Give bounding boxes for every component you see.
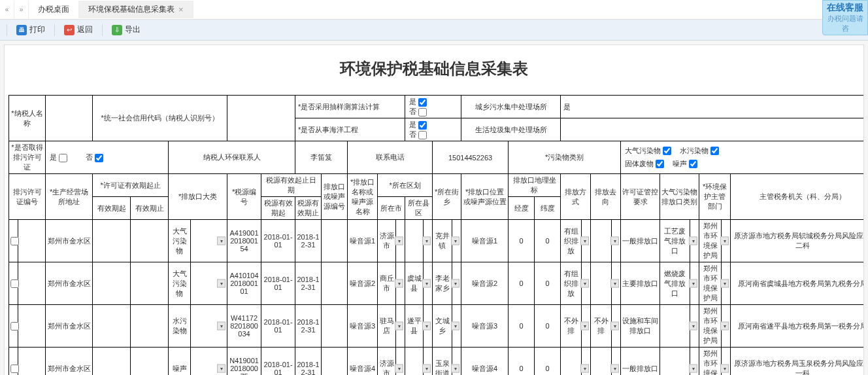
chevron-down-icon[interactable]: ▾: [217, 237, 225, 245]
marine-no-checkbox[interactable]: [418, 131, 427, 139]
cell-permit-req[interactable]: 一般排放口: [621, 220, 660, 262]
city-select[interactable]: ▾: [396, 220, 405, 262]
chevron-down-icon[interactable]: ▾: [451, 237, 459, 245]
cell-outlet-noise-name[interactable]: 噪音源4: [348, 348, 378, 376]
county-select[interactable]: ▾: [424, 348, 433, 376]
chevron-down-icon[interactable]: ▾: [422, 279, 431, 288]
cell-tax-src-from[interactable]: 2018-01-01: [261, 220, 295, 262]
marine-yes-checkbox[interactable]: [418, 121, 427, 130]
cell-tax-src-no[interactable]: W411728201800034: [227, 305, 261, 348]
city-select[interactable]: ▾: [396, 348, 405, 376]
county-select[interactable]: ▾: [424, 305, 433, 348]
cell-outlet-noise-no[interactable]: [322, 262, 348, 305]
credit-code-input[interactable]: [227, 96, 295, 141]
cell-lat[interactable]: 0: [535, 220, 561, 262]
chevron-down-icon[interactable]: ▾: [580, 322, 589, 330]
cell-lng[interactable]: 0: [509, 348, 535, 376]
cell-tax-office[interactable]: 原济源市地方税务局轵城税务分局风险应对二科: [731, 220, 864, 262]
cell-addr[interactable]: 郑州市金水区: [46, 220, 93, 262]
cell-valid-to[interactable]: [131, 305, 169, 348]
cell-valid-from[interactable]: [93, 220, 131, 262]
cell-valid-to[interactable]: [131, 348, 169, 376]
pollutant-air-checkbox[interactable]: [663, 147, 671, 155]
phone-input[interactable]: 15014452263: [433, 141, 509, 174]
cell-tax-src-to[interactable]: 2018-12-31: [295, 305, 322, 348]
sewage-plant-select[interactable]: 是 ▾: [561, 96, 864, 118]
chevron-down-icon[interactable]: ▾: [217, 365, 225, 373]
cell-lat[interactable]: 0: [535, 262, 561, 305]
air-outlet-type-select[interactable]: ▾: [690, 305, 699, 348]
cell-permit-no[interactable]: [18, 262, 46, 305]
cell-tax-src-no[interactable]: N419001201800075: [227, 348, 261, 376]
row-select-checkbox[interactable]: [9, 262, 18, 305]
row-select-checkbox[interactable]: [9, 305, 18, 348]
row-select-checkbox[interactable]: [9, 220, 18, 262]
back-button[interactable]: ↩ 返回: [60, 23, 97, 37]
outlet-major-select[interactable]: ▾: [191, 220, 227, 262]
chevron-down-icon[interactable]: ▾: [422, 322, 431, 330]
sampling-yes-checkbox[interactable]: [418, 98, 427, 107]
cell-valid-from[interactable]: [93, 262, 131, 305]
export-button[interactable]: ⇩ 导出: [108, 23, 144, 37]
cell-valid-to[interactable]: [131, 220, 169, 262]
cell-lng[interactable]: 0: [509, 305, 535, 348]
emit-dir-select[interactable]: ▾: [612, 220, 621, 262]
cell-permit-req[interactable]: 主要排放口: [621, 262, 660, 305]
tab-prev-button[interactable]: «: [0, 1, 14, 19]
cell-outlet-noise-pos[interactable]: 噪音源3: [461, 305, 509, 348]
emit-dir-select[interactable]: ▾: [612, 348, 621, 376]
chevron-down-icon[interactable]: ▾: [689, 322, 697, 330]
chevron-down-icon[interactable]: ▾: [610, 237, 619, 245]
town-select[interactable]: ▾: [452, 305, 461, 348]
cell-outlet-noise-no[interactable]: [322, 305, 348, 348]
city-select[interactable]: ▾: [396, 305, 405, 348]
cell-tax-src-no[interactable]: A410104201800101: [227, 262, 261, 305]
chevron-down-icon[interactable]: ▾: [217, 279, 225, 288]
town-select[interactable]: ▾: [452, 348, 461, 376]
permit-yes-checkbox[interactable]: [59, 154, 67, 162]
env-dept-select[interactable]: ▾: [722, 262, 731, 305]
emit-mode-select[interactable]: ▾: [582, 348, 591, 376]
chevron-down-icon[interactable]: ▾: [451, 322, 459, 330]
env-dept-select[interactable]: ▾: [722, 348, 731, 376]
cell-outlet-noise-pos[interactable]: 噪音源2: [461, 262, 509, 305]
chevron-down-icon[interactable]: ▾: [610, 322, 619, 330]
outlet-major-select[interactable]: ▾: [191, 348, 227, 376]
emit-dir-select[interactable]: ▾: [612, 305, 621, 348]
cell-tax-src-to[interactable]: 2018-12-31: [295, 220, 322, 262]
county-select[interactable]: ▾: [424, 262, 433, 305]
outlet-major-select[interactable]: ▾: [191, 305, 227, 348]
cell-lng[interactable]: 0: [509, 220, 535, 262]
town-select[interactable]: ▾: [452, 262, 461, 305]
chevron-down-icon[interactable]: ▾: [580, 279, 589, 288]
permit-no-checkbox[interactable]: [95, 154, 103, 162]
cell-tax-src-from[interactable]: 2018-01-01: [261, 348, 295, 376]
cell-tax-src-from[interactable]: 2018-01-01: [261, 305, 295, 348]
chevron-down-icon[interactable]: ▾: [422, 237, 431, 245]
cell-tax-office[interactable]: 原河南省虞城县地方税务局第九税务分局: [731, 262, 864, 305]
chevron-down-icon[interactable]: ▾: [610, 279, 619, 288]
cell-outlet-noise-pos[interactable]: 噪音源4: [461, 348, 509, 376]
taxpayer-name-input[interactable]: [46, 96, 93, 141]
sampling-no-checkbox[interactable]: [418, 108, 427, 116]
cell-outlet-noise-name[interactable]: 噪音源1: [348, 220, 378, 262]
pollutant-solid-checkbox[interactable]: [656, 160, 664, 168]
air-outlet-type-select[interactable]: ▾: [690, 348, 699, 376]
cell-tax-office[interactable]: 原河南省遂平县地方税务局第一税务分局: [731, 305, 864, 348]
cell-addr[interactable]: 郑州市金水区: [46, 262, 93, 305]
emit-mode-select[interactable]: ▾: [582, 305, 591, 348]
air-outlet-type-select[interactable]: ▾: [690, 220, 699, 262]
emit-mode-select[interactable]: ▾: [582, 220, 591, 262]
chevron-down-icon[interactable]: ▾: [451, 279, 459, 288]
emit-dir-select[interactable]: ▾: [612, 262, 621, 305]
env-dept-select[interactable]: ▾: [722, 220, 731, 262]
cell-permit-no[interactable]: [18, 305, 46, 348]
pollutant-noise-checkbox[interactable]: [689, 160, 697, 168]
cell-valid-from[interactable]: [93, 305, 131, 348]
air-outlet-type-select[interactable]: ▾: [690, 262, 699, 305]
cell-addr[interactable]: 郑州市金水区: [46, 305, 93, 348]
chevron-down-icon[interactable]: ▾: [580, 237, 589, 245]
chevron-down-icon[interactable]: ▾: [720, 237, 729, 245]
cell-lng[interactable]: 0: [509, 262, 535, 305]
cell-tax-src-to[interactable]: 2018-12-31: [295, 348, 322, 376]
